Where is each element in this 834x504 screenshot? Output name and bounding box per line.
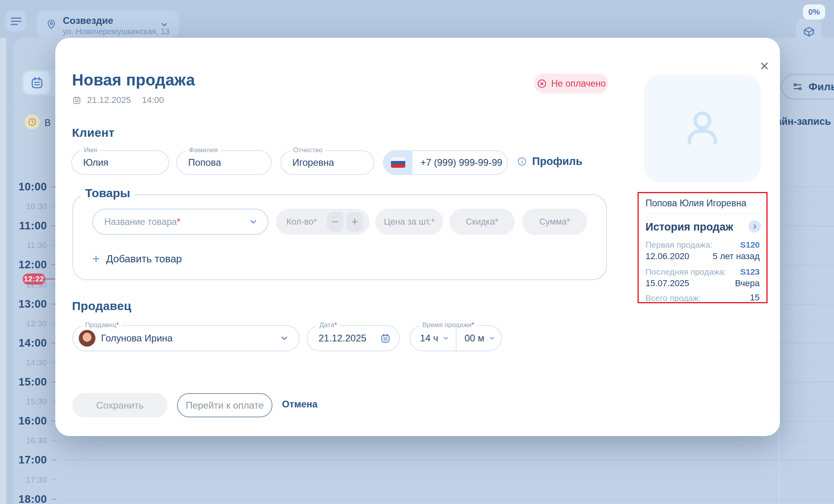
time-label: 11:30 bbox=[10, 241, 47, 250]
status-label: Не оплачено bbox=[551, 78, 606, 89]
last-name-field[interactable]: Фамилия Попова bbox=[176, 150, 272, 175]
calendar-icon[interactable] bbox=[380, 333, 391, 344]
total-sales-value: 15 bbox=[750, 293, 760, 303]
calendar-view-icon[interactable] bbox=[24, 72, 50, 94]
discount-field: Скидка* bbox=[449, 209, 515, 235]
modal-title: Новая продажа bbox=[72, 71, 195, 89]
add-product-button[interactable]: + Добавить товар bbox=[92, 252, 182, 265]
last-name-value: Попова bbox=[188, 157, 221, 168]
seller-avatar bbox=[79, 330, 95, 347]
location-name: Созвездие bbox=[63, 15, 113, 26]
sale-date-field[interactable]: Дата* 21.12.2025 bbox=[307, 325, 400, 351]
sale-datetime: 21.12.2025 14:00 bbox=[72, 95, 164, 105]
product-name-select[interactable]: Название товара* bbox=[92, 209, 268, 235]
price-field: Цена за шт.* bbox=[375, 209, 443, 235]
first-sale-code[interactable]: S120 bbox=[740, 240, 760, 250]
seller-value: Голунова Ирина bbox=[101, 333, 173, 344]
row-line bbox=[60, 460, 834, 460]
time-tick bbox=[51, 479, 56, 480]
row-line bbox=[60, 480, 834, 480]
chevron-down-icon bbox=[249, 217, 258, 227]
waiting-status-icon[interactable] bbox=[25, 114, 40, 130]
product-name-placeholder: Название товара* bbox=[104, 217, 181, 227]
chevron-down-icon bbox=[160, 20, 169, 29]
filter-icon bbox=[792, 81, 803, 92]
profile-link[interactable]: Профиль bbox=[517, 155, 582, 168]
app-screen: 10:0010:3011:0011:3012:0012:3013:0013:30… bbox=[0, 0, 834, 504]
location-selector[interactable]: Созвездие ул. Новочеремушкинская, 13 bbox=[37, 11, 179, 38]
time-label: 16:00 bbox=[10, 415, 47, 427]
profile-label: Профиль bbox=[532, 155, 582, 168]
waiting-label: В bbox=[45, 118, 51, 128]
plus-icon: + bbox=[92, 252, 100, 265]
client-avatar-placeholder bbox=[644, 75, 760, 182]
status-badge: Не оплачено bbox=[534, 74, 608, 93]
calendar-icon bbox=[72, 95, 82, 105]
seller-label: Продавец* bbox=[82, 321, 122, 329]
middle-name-field[interactable]: Отчество Игоревна bbox=[280, 150, 374, 175]
russia-flag-icon bbox=[391, 157, 405, 168]
time-label: 13:30 bbox=[10, 319, 47, 328]
info-icon bbox=[517, 156, 527, 167]
current-time-badge: 12:22 bbox=[23, 273, 45, 285]
sales-history-card: Попова Юлия Игоревна История продаж Перв… bbox=[638, 192, 768, 303]
go-to-payment-button[interactable]: Перейти к оплате bbox=[177, 393, 272, 417]
row-line bbox=[60, 440, 834, 441]
minute-value: 00 м bbox=[465, 333, 484, 344]
products-group: Товары bbox=[72, 194, 607, 280]
first-sale-label: Первая продажа: bbox=[645, 240, 712, 250]
seller-select[interactable]: Продавец* Голунова Ирина bbox=[72, 325, 299, 351]
filter-button[interactable]: Фильтр bbox=[781, 74, 834, 99]
phone-field[interactable]: +7 (999) 999-99-99 bbox=[383, 150, 508, 175]
minute-select[interactable]: 00 м bbox=[465, 326, 496, 351]
first-name-field[interactable]: Имя Юлия bbox=[71, 150, 169, 175]
time-tick bbox=[51, 440, 56, 441]
time-label: 12:00 bbox=[10, 259, 47, 271]
products-section-title: Товары bbox=[80, 186, 135, 200]
phone-value: +7 (999) 999-99-99 bbox=[420, 157, 502, 168]
last-name-label: Фамилия bbox=[186, 146, 221, 154]
country-flag-box[interactable] bbox=[384, 151, 412, 174]
close-icon[interactable]: ✕ bbox=[758, 59, 771, 73]
quantity-field: Кол-во* − + bbox=[276, 209, 369, 235]
last-sale-code[interactable]: S123 bbox=[740, 267, 760, 277]
row-line bbox=[60, 499, 834, 500]
first-name-value: Юлия bbox=[83, 157, 109, 168]
menu-icon bbox=[11, 17, 21, 19]
cancel-button[interactable]: Отмена bbox=[282, 399, 317, 410]
chevron-down-icon bbox=[488, 335, 496, 342]
circle-x-icon bbox=[537, 78, 547, 89]
middle-name-label: Отчество bbox=[290, 146, 326, 154]
date-label: Дата* bbox=[316, 321, 340, 329]
time-label: 14:30 bbox=[10, 358, 47, 367]
hour-select[interactable]: 14 ч bbox=[420, 326, 449, 351]
time-label: 16:30 bbox=[10, 436, 47, 445]
history-expand-button[interactable] bbox=[748, 220, 761, 233]
time-label: 10:00 bbox=[10, 181, 47, 193]
time-label: 18:00 bbox=[10, 493, 47, 504]
sale-time: 14:00 bbox=[142, 95, 164, 105]
divider bbox=[456, 326, 457, 351]
sale-time-field: Время продажи* 14 ч 00 м bbox=[410, 325, 502, 351]
middle-name-value: Игоревна bbox=[292, 157, 334, 168]
time-label: 11:00 bbox=[10, 220, 47, 232]
discount-label: Скидка* bbox=[466, 217, 498, 227]
menu-button[interactable] bbox=[6, 11, 26, 31]
save-button[interactable]: Сохранить bbox=[72, 393, 167, 417]
first-name-label: Имя bbox=[81, 146, 100, 154]
left-divider bbox=[13, 107, 55, 107]
time-label: 17:30 bbox=[10, 475, 47, 484]
add-product-label: Добавить товар bbox=[106, 253, 182, 265]
new-sale-modal: ✕ Новая продажа 21.12.2025 14:00 Не опла… bbox=[55, 38, 780, 436]
location-pin-icon bbox=[45, 18, 57, 30]
chevron-down-icon bbox=[442, 335, 449, 342]
minus-button[interactable]: − bbox=[327, 212, 344, 232]
price-label: Цена за шт.* bbox=[384, 217, 434, 227]
time-label: 15:30 bbox=[10, 397, 47, 406]
inventory-button[interactable] bbox=[796, 18, 822, 46]
hour-value: 14 ч bbox=[420, 333, 438, 344]
time-label: 14:00 bbox=[10, 337, 47, 349]
first-sale-date: 12.06.2020 bbox=[645, 251, 689, 262]
plus-button[interactable]: + bbox=[346, 212, 363, 232]
client-section-title: Клиент bbox=[72, 126, 115, 140]
